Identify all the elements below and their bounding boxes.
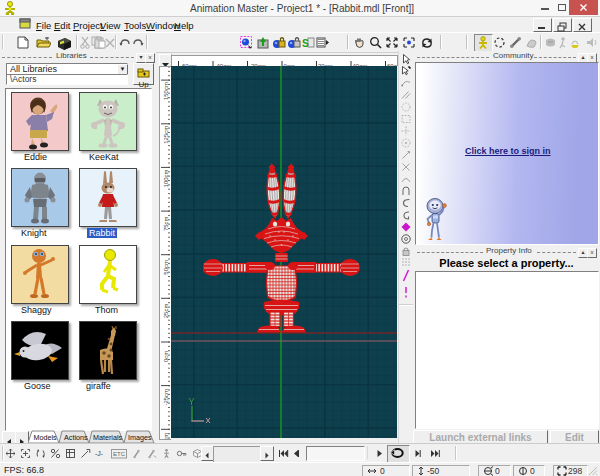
svg-text:-J-: -J- — [95, 450, 104, 457]
svg-text:Actions: Actions — [64, 433, 88, 442]
svg-text:100cm: 100cm — [163, 169, 169, 187]
svg-text:Materials: Materials — [93, 433, 123, 442]
svg-text:125cm: 125cm — [163, 126, 169, 144]
svg-text:50cm: 50cm — [163, 260, 169, 275]
svg-text:150cm: 150cm — [163, 82, 169, 100]
svg-text:S: S — [302, 38, 309, 49]
svg-text:Models: Models — [34, 433, 58, 442]
svg-text:25cm: 25cm — [163, 304, 169, 319]
svg-text:-50cm: -50cm — [163, 433, 169, 439]
svg-text:0cm: 0cm — [163, 351, 169, 362]
svg-text:ETC: ETC — [113, 451, 126, 457]
svg-text:75cm: 75cm — [163, 216, 169, 231]
svg-text:Images: Images — [128, 433, 152, 442]
svg-text:-25cm: -25cm — [163, 389, 169, 406]
